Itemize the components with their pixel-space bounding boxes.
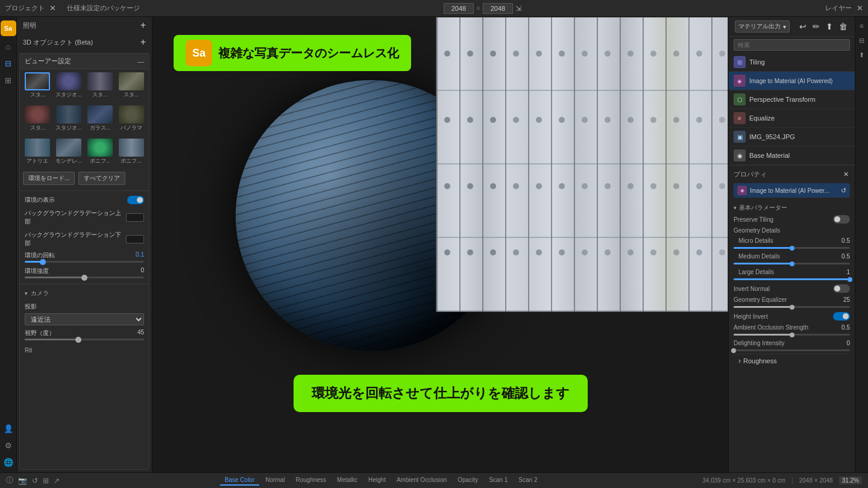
tab-opacity[interactable]: Opacity (453, 475, 483, 486)
package-tab[interactable]: 仕様未設定のパッケージ (67, 4, 140, 13)
thumb-item-2[interactable]: スタジオ... (54, 72, 84, 99)
thumb-10[interactable] (56, 139, 81, 157)
3d-add-btn[interactable]: + (140, 37, 146, 47)
sa-logo-icon[interactable]: Sa (1, 20, 16, 36)
thumb-item-5[interactable]: スタ... (23, 105, 52, 133)
thumb-8[interactable] (119, 105, 144, 124)
preserve-tiling-toggle[interactable] (833, 215, 850, 224)
thumb-item-10[interactable]: モンデレ... (54, 139, 84, 166)
thumb-5[interactable] (25, 105, 50, 124)
fov-track[interactable] (25, 339, 144, 340)
thumb-9[interactable] (25, 139, 50, 157)
layer-base[interactable]: ◉ Base Material (729, 146, 855, 165)
export-panel-icon[interactable]: ⬆ (857, 49, 867, 60)
delighting-slider[interactable] (734, 349, 850, 351)
thumb-item-7[interactable]: ガラス... (86, 105, 115, 133)
tab-scan1[interactable]: Scan 1 (484, 475, 512, 486)
thumb-item-6[interactable]: スタジオ... (54, 105, 84, 133)
layers-close[interactable]: ✕ (857, 4, 863, 13)
texture-preview[interactable] (436, 17, 728, 312)
bg-grad-bottom-swatch[interactable] (126, 235, 144, 243)
grid-nav-icon[interactable]: ⊞ (2, 74, 15, 87)
grid-icon[interactable]: ⊞ (43, 477, 49, 485)
thumb-4[interactable] (119, 72, 144, 90)
medium-details-slider[interactable] (734, 263, 850, 264)
history-btn[interactable]: ↩ (798, 20, 808, 33)
layers-panel-icon[interactable]: ≡ (857, 20, 867, 31)
material-output-select[interactable]: マテリアル出力 ▾ (735, 20, 790, 33)
thumb-2[interactable] (56, 72, 81, 90)
user-icon[interactable]: 👤 (2, 422, 15, 435)
delete-btn[interactable]: 🗑 (838, 20, 849, 33)
geometry-equalizer-slider[interactable] (734, 306, 850, 308)
export-btn[interactable]: ⬆ (825, 20, 834, 33)
thumb-6[interactable] (56, 105, 81, 124)
resize-icon[interactable]: ⇲ (515, 4, 521, 13)
refresh-icon[interactable]: ↺ (841, 187, 846, 195)
thumb-item-12[interactable]: ポニフ... (116, 139, 146, 166)
svg-point-3 (444, 249, 450, 255)
height-invert-label: Height Invert (734, 313, 768, 320)
layer-tiling[interactable]: ⊞ Tiling (729, 53, 855, 72)
3d-section-header[interactable]: 3D オブジェクト (Beta) + (17, 34, 152, 51)
tab-base-color[interactable]: Base Color (220, 475, 259, 486)
tab-ambient-occlusion[interactable]: Ambient Occlusion (392, 475, 451, 486)
prop-close-btn[interactable]: ✕ (842, 169, 850, 180)
height-input[interactable] (483, 3, 513, 14)
thumb-7[interactable] (87, 105, 113, 124)
share-icon[interactable]: ↗ (54, 477, 60, 485)
search-input[interactable] (734, 39, 850, 51)
thumb-item-8[interactable]: パノラマ (116, 105, 146, 133)
large-details-slider[interactable] (734, 278, 850, 280)
home-icon[interactable]: ⌂ (2, 40, 15, 53)
lighting-section-header[interactable]: 照明 + (17, 17, 152, 34)
active-layer-label: Image to Material (AI Power... (750, 187, 829, 194)
viewer-title: ビューアー設定 (25, 57, 71, 66)
thumb-item-11[interactable]: ポニフ... (86, 139, 115, 166)
layers-icon[interactable]: ⊟ (2, 57, 15, 70)
properties-panel-icon[interactable]: ⊟ (857, 35, 867, 46)
tab-scan2[interactable]: Scan 2 (514, 475, 542, 486)
layer-perspective[interactable]: ⬡ Perspective Transform (729, 90, 855, 109)
refresh-icon[interactable]: ↺ (32, 477, 38, 485)
layer-equalize[interactable]: ≡ Equalize (729, 109, 855, 128)
layer-img[interactable]: ▣ IMG_9524.JPG (729, 128, 855, 146)
load-env-btn[interactable]: 環境をロード... (23, 172, 75, 185)
thumb-11[interactable] (87, 139, 113, 157)
thumb-12[interactable] (119, 139, 144, 157)
info-icon[interactable]: ⓘ (6, 475, 13, 486)
camera-icon[interactable]: 📷 (18, 477, 27, 485)
bg-grad-top-swatch[interactable] (126, 213, 144, 222)
ambient-occlusion-slider[interactable] (734, 334, 850, 336)
clear-all-btn[interactable]: すべてクリア (78, 172, 125, 185)
tab-roughness[interactable]: Roughness (291, 475, 332, 486)
lighting-add-btn[interactable]: + (140, 20, 146, 30)
layer-ai-material[interactable]: ◈ Image to Material (AI Powered) (729, 72, 855, 90)
settings-icon[interactable]: ⚙ (2, 439, 15, 452)
width-input[interactable] (444, 3, 474, 14)
medium-details-value: 0.5 (841, 253, 850, 260)
env-display-toggle[interactable] (127, 196, 144, 204)
height-invert-toggle[interactable] (833, 312, 850, 321)
env-rotation-track[interactable] (25, 261, 144, 263)
edit-btn[interactable]: ✏ (811, 20, 821, 33)
preserve-tiling-row: Preserve Tiling (734, 213, 850, 225)
thumb-item-1[interactable]: スタ... (23, 72, 52, 99)
projection-select[interactable]: 遠近法 (25, 313, 144, 325)
viewer-collapse-btn[interactable]: — (137, 58, 144, 65)
tab-metallic[interactable]: Metallic (332, 475, 362, 486)
env-strength-track[interactable] (25, 277, 144, 278)
thumb-item-3[interactable]: スタ... (86, 72, 115, 99)
bg-grad-bottom-label: バックグラウンドグラデーション下部 (25, 231, 126, 248)
thumb-item-4[interactable]: スタ... (116, 72, 146, 99)
project-close[interactable]: ✕ (49, 4, 56, 13)
globe-icon[interactable]: 🌐 (2, 455, 15, 469)
thumb-1[interactable] (25, 72, 50, 90)
thumb-item-9[interactable]: アトリエ (23, 139, 52, 166)
roughness-section[interactable]: Roughness (734, 354, 850, 368)
invert-normal-toggle[interactable] (833, 284, 850, 293)
tab-height[interactable]: Height (363, 475, 391, 486)
micro-details-slider[interactable] (734, 247, 850, 249)
thumb-3[interactable] (87, 72, 113, 90)
tab-normal[interactable]: Normal (260, 475, 289, 486)
